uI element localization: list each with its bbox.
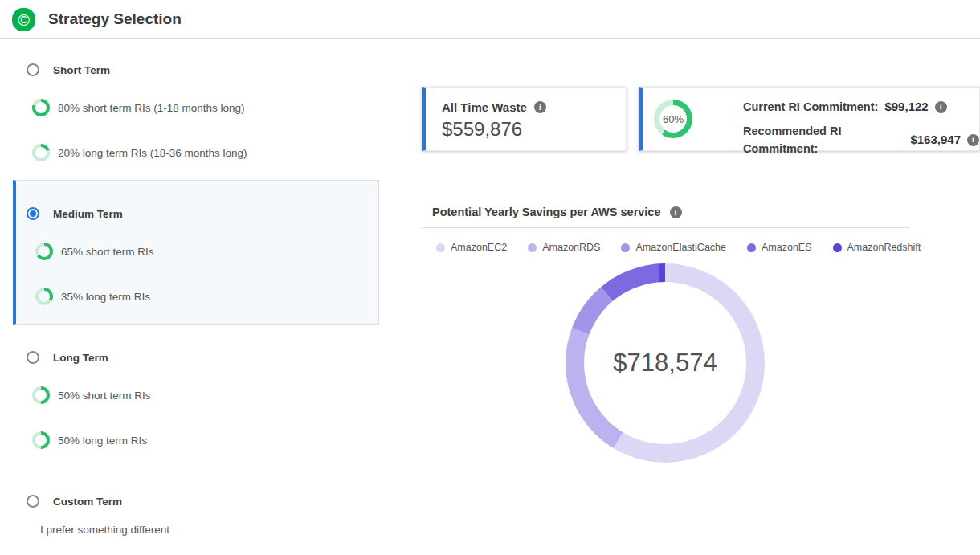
ratio-donut-icon <box>35 288 53 305</box>
legend-dot-icon <box>436 243 445 252</box>
legend-dot-icon <box>528 243 537 252</box>
option-label: 20% long term RIs (18-36 months long) <box>58 147 247 159</box>
recommended-commitment-row: Recommended RI Commitment: $163,947 <box>743 122 979 157</box>
chart-divider <box>422 227 910 228</box>
legend-dot-icon <box>833 243 842 252</box>
option-row: 50% long term RIs <box>32 431 147 449</box>
waste-card-title: All Time Waste <box>442 100 527 114</box>
option-row: 80% short term RIs (1-18 months long) <box>32 99 245 116</box>
page-header: Strategy Selection <box>0 0 980 39</box>
ratio-donut-icon <box>35 243 53 260</box>
strategy-long-term[interactable]: Long Term <box>27 351 108 364</box>
legend-item-amazonelasticache[interactable]: AmazonElastiCache <box>621 242 726 253</box>
option-label: 50% short term RIs <box>58 390 151 402</box>
gauge-percent-label: 60% <box>654 100 692 138</box>
radio-long-term[interactable] <box>27 351 39 364</box>
option-row: 35% long term RIs <box>35 288 150 305</box>
legend-item-amazones[interactable]: AmazonES <box>747 242 812 253</box>
section-divider <box>13 467 379 467</box>
legend-item-amazonrds[interactable]: AmazonRDS <box>528 242 600 253</box>
brand-logo-icon <box>12 8 35 31</box>
savings-donut-chart[interactable]: $718,574 <box>566 263 765 463</box>
ratio-donut-icon <box>32 144 50 161</box>
strategy-custom-term[interactable]: Custom Term <box>27 495 122 508</box>
page-title: Strategy Selection <box>48 0 182 39</box>
option-label: 80% short term RIs (1-18 months long) <box>58 102 245 114</box>
legend-item-amazonec2[interactable]: AmazonEC2 <box>436 242 507 253</box>
radio-medium-term[interactable] <box>27 207 39 220</box>
strategy-label: Short Term <box>53 64 110 76</box>
recommended-commitment-value: $163,947 <box>910 131 961 149</box>
all-time-waste-card: All Time Waste $559,876 <box>422 87 627 151</box>
strategy-medium-term-panel: Medium Term 65% short term RIs 35% long … <box>13 180 379 325</box>
option-label: 50% long term RIs <box>58 435 147 447</box>
info-icon[interactable] <box>967 134 979 146</box>
info-icon[interactable] <box>935 101 947 113</box>
donut-total-value: $718,574 <box>566 263 765 463</box>
ratio-donut-icon <box>32 386 50 404</box>
radio-short-term[interactable] <box>27 63 39 76</box>
strategy-short-term[interactable]: Short Term <box>27 63 110 76</box>
strategy-medium-term[interactable]: Medium Term <box>27 207 123 220</box>
option-row: 20% long term RIs (18-36 months long) <box>32 144 247 161</box>
chart-title-row: Potential Yearly Savings per AWS service <box>432 206 682 218</box>
option-label: 65% short term RIs <box>61 246 154 258</box>
current-commitment-label: Current RI Commitment: <box>743 98 878 116</box>
custom-term-description: I prefer something different <box>40 524 169 536</box>
legend-dot-icon <box>621 243 630 252</box>
ratio-donut-icon <box>32 99 50 116</box>
ratio-donut-icon <box>32 431 50 449</box>
legend-dot-icon <box>747 243 756 252</box>
legend-item-amazonredshift[interactable]: AmazonRedshift <box>833 242 921 253</box>
option-row: 65% short term RIs <box>35 243 154 260</box>
strategy-label: Medium Term <box>53 208 123 220</box>
option-label: 35% long term RIs <box>61 291 150 303</box>
current-commitment-value: $99,122 <box>884 98 928 116</box>
commitment-gauge: 60% <box>654 100 692 138</box>
strategy-label: Long Term <box>53 352 108 364</box>
ri-commitment-card: 60% Current RI Commitment: $99,122 Recom… <box>639 87 980 151</box>
info-icon[interactable] <box>670 206 682 218</box>
info-icon[interactable] <box>534 101 546 113</box>
radio-custom-term[interactable] <box>27 495 39 508</box>
current-commitment-row: Current RI Commitment: $99,122 <box>743 98 979 116</box>
strategy-selection-page: Strategy Selection Short Term 80% short … <box>0 0 980 555</box>
chart-title: Potential Yearly Savings per AWS service <box>432 206 661 218</box>
strategy-label: Custom Term <box>53 496 122 508</box>
option-row: 50% short term RIs <box>32 386 151 404</box>
chart-legend: AmazonEC2 AmazonRDS AmazonElastiCache Am… <box>436 242 921 253</box>
recommended-commitment-label: Recommended RI Commitment: <box>743 122 904 157</box>
waste-card-value: $559,876 <box>442 118 522 141</box>
